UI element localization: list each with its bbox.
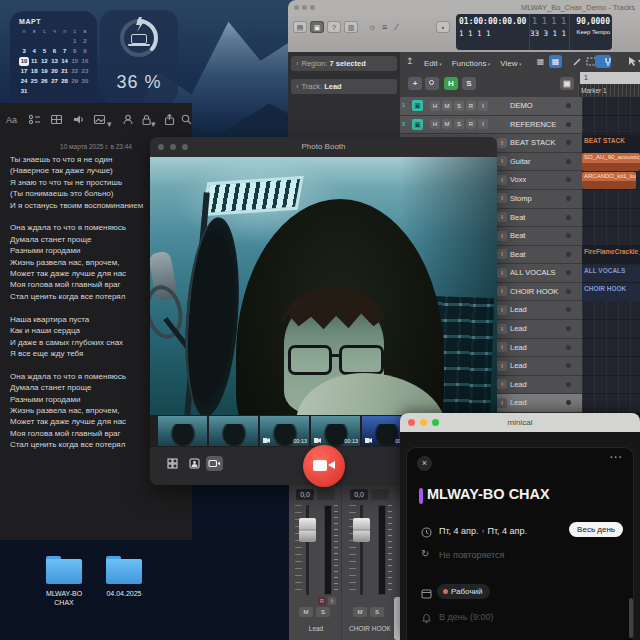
region[interactable]: CHOIR HOOK	[582, 283, 640, 301]
track-r-button[interactable]: R	[466, 101, 476, 111]
disclosure-icon[interactable]: ›	[296, 59, 299, 68]
chevron-down-icon[interactable]: ▾	[107, 117, 121, 131]
checklist-icon[interactable]	[28, 113, 42, 127]
calendar-day[interactable]: 14	[60, 57, 70, 66]
zoom-button[interactable]	[310, 5, 315, 10]
track-i-button[interactable]: I	[497, 305, 507, 315]
library-button[interactable]: ▤	[293, 21, 307, 33]
record-enable-dot[interactable]	[566, 326, 571, 331]
menu-functions[interactable]: Functions ▾	[452, 59, 491, 68]
input-monitor-button[interactable]: I	[328, 597, 336, 605]
hide-tracks-button[interactable]: H	[444, 77, 458, 90]
track-i-button[interactable]: I	[497, 249, 507, 259]
track-row[interactable]: 1▣HMSRIDEMO	[400, 97, 582, 115]
record-enable-dot[interactable]	[566, 382, 571, 387]
list-editors-button[interactable]: ▪	[436, 21, 450, 33]
calendar-day[interactable]: 3	[19, 47, 29, 56]
folder-label[interactable]: MLWAY-BO CHAX	[36, 589, 92, 607]
calendar-day[interactable]: 16	[80, 57, 90, 66]
fader-handle[interactable]	[353, 518, 370, 542]
track-inspector-row[interactable]: ›Track: Lead	[291, 79, 397, 94]
track-m-button[interactable]: M	[442, 119, 452, 129]
close-button[interactable]	[294, 5, 299, 10]
battery-widget[interactable]: 36 %	[100, 10, 178, 104]
region[interactable]: ARCANDO_kit1_loop_	[582, 172, 636, 190]
track-r-button[interactable]: R	[466, 119, 476, 129]
record-enable-dot[interactable]	[566, 103, 571, 108]
calendar-day[interactable]: 29	[70, 77, 80, 86]
track-i-button[interactable]: I	[497, 156, 507, 166]
close-event-button[interactable]: ×	[417, 456, 432, 471]
add-track-button[interactable]: +	[408, 77, 422, 90]
catch-playhead-icon[interactable]: ↥	[406, 56, 414, 66]
record-enable-dot[interactable]	[566, 252, 571, 257]
calendar-day[interactable]: 22	[70, 67, 80, 76]
pencil-tool-button[interactable]	[566, 55, 579, 68]
region[interactable]: BEAT STACK	[582, 135, 640, 153]
calendar-day[interactable]: 23	[80, 67, 90, 76]
video-mode-button[interactable]	[206, 456, 223, 471]
region[interactable]: FireFlameCrackle_S08	[582, 246, 640, 264]
inspector-button[interactable]: ▣	[310, 21, 324, 33]
calendar-day[interactable]: 18	[29, 67, 39, 76]
photobooth-titlebar[interactable]: Photo Booth	[150, 137, 497, 157]
menu-view[interactable]: View ▾	[500, 59, 521, 68]
event-repeat[interactable]: Не повторяется	[439, 550, 504, 560]
calendar-day[interactable]: 21	[60, 67, 70, 76]
panel-button[interactable]: ▣	[560, 77, 574, 90]
record-enable-dot[interactable]	[566, 122, 571, 127]
marquee-tool-button[interactable]	[579, 55, 592, 68]
calendar-day[interactable]: 28	[60, 77, 70, 86]
calendar-day[interactable]: 27	[49, 77, 59, 86]
calendar-day[interactable]: 15	[70, 57, 80, 66]
region-inspector-row[interactable]: ›Region: 7 selected	[291, 56, 397, 71]
event-alert[interactable]: В день (9:00)	[439, 612, 493, 622]
solo-button[interactable]: S	[370, 607, 384, 617]
record-enable-dot[interactable]	[566, 196, 571, 201]
calendar-day[interactable]: 9	[80, 47, 90, 56]
calendar-day[interactable]: 7	[60, 47, 70, 56]
track-row[interactable]: 2▣HMSRIREFERENCE	[400, 116, 582, 134]
mixer-button[interactable]: ≡	[382, 22, 387, 32]
marker-strip[interactable]: Marker 1	[578, 84, 640, 97]
track-h-button[interactable]: H	[430, 119, 440, 129]
track-zoom-button[interactable]	[425, 77, 439, 90]
solo-button[interactable]: S	[316, 607, 330, 617]
calendar-day[interactable]: 20	[49, 67, 59, 76]
format-icon[interactable]: Aa	[6, 113, 20, 127]
minical-titlebar[interactable]: minical	[400, 413, 640, 432]
record-enable-dot[interactable]	[566, 363, 571, 368]
audio-icon[interactable]	[72, 113, 86, 127]
menu-edit[interactable]: Edit ▾	[424, 59, 442, 68]
calendar-day[interactable]: 5	[39, 47, 49, 56]
calendar-tag[interactable]: Рабочий	[437, 584, 490, 599]
quick-help-button[interactable]: ?	[327, 21, 341, 33]
solo-tracks-button[interactable]: S	[462, 77, 476, 90]
calendar-day[interactable]: 31	[19, 87, 29, 96]
track-i-button[interactable]: I	[497, 212, 507, 222]
calendar-day[interactable]: 12	[39, 57, 49, 66]
track-i-button[interactable]: I	[497, 361, 507, 371]
calendar-day[interactable]: 30	[80, 77, 90, 86]
fader-value[interactable]: 0,0	[296, 489, 314, 500]
grid-view-button[interactable]: ▦	[534, 55, 547, 68]
track-i-button[interactable]: I	[497, 193, 507, 203]
track-h-button[interactable]: H	[430, 101, 440, 111]
track-i-button[interactable]: I	[497, 138, 507, 148]
grid-view-button-active[interactable]: ▦	[549, 55, 562, 68]
record-enable-dot[interactable]	[566, 233, 571, 238]
minimize-button[interactable]	[302, 5, 307, 10]
filmstrip-thumbnail[interactable]	[209, 416, 258, 446]
calendar-day[interactable]: 6	[49, 47, 59, 56]
track-s-button[interactable]: S	[454, 119, 464, 129]
calendar-day[interactable]: 24	[19, 77, 29, 86]
media-icon[interactable]	[93, 113, 107, 127]
track-i-button[interactable]: I	[497, 342, 507, 352]
track-s-button[interactable]: S	[454, 101, 464, 111]
calendar-day[interactable]: 2	[80, 37, 90, 46]
calendar-day[interactable]: 17	[19, 67, 29, 76]
calendar-day[interactable]: 26	[39, 77, 49, 86]
track-i-button[interactable]: I	[497, 268, 507, 278]
calendar-day[interactable]: 19	[39, 67, 49, 76]
track-i-button[interactable]: I	[497, 286, 507, 296]
